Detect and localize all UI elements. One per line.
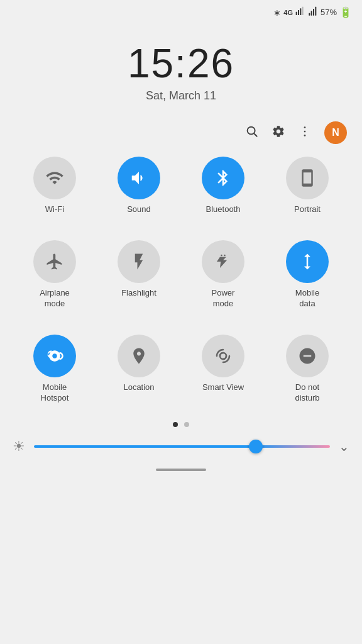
svg-rect-0 xyxy=(296,12,297,15)
svg-point-12 xyxy=(304,135,306,136)
location-label: Location xyxy=(123,382,154,393)
signal-icon xyxy=(295,6,305,18)
flashlight-label: Flashlight xyxy=(121,288,156,299)
svg-rect-3 xyxy=(302,7,304,15)
dnd-icon xyxy=(286,335,329,377)
tile-dnd[interactable]: Do notdisturb xyxy=(265,335,349,404)
battery-percentage: 57% xyxy=(321,8,337,17)
4g-icon: 4G xyxy=(283,9,293,16)
tile-wifi[interactable]: Wi-Fi xyxy=(13,157,97,215)
svg-rect-1 xyxy=(298,10,299,15)
airplane-icon xyxy=(33,240,76,283)
hotspot-icon xyxy=(33,335,76,377)
svg-point-8 xyxy=(248,126,255,134)
tile-hotspot[interactable]: MobileHotspot xyxy=(13,335,97,404)
wifi-call-icon xyxy=(308,6,318,18)
tile-sound[interactable]: Sound xyxy=(97,157,181,215)
power-mode-icon xyxy=(202,240,244,283)
dnd-label: Do notdisturb xyxy=(295,382,319,404)
clock-date: Sat, March 11 xyxy=(0,89,362,103)
pagination xyxy=(0,422,362,427)
portrait-label: Portrait xyxy=(294,204,321,215)
pagination-dot-2 xyxy=(184,422,189,427)
pagination-dot-1 xyxy=(173,422,178,427)
tile-bluetooth[interactable]: Bluetooth xyxy=(181,157,265,215)
wifi-icon xyxy=(33,157,76,199)
clock-section: 15:26 Sat, March 11 xyxy=(0,21,362,109)
svg-rect-2 xyxy=(300,8,301,15)
user-avatar[interactable]: N xyxy=(324,121,347,144)
power-mode-label: Powermode xyxy=(212,288,235,309)
airplane-mode-label: Airplanemode xyxy=(40,288,70,309)
tile-airplane-mode[interactable]: Airplanemode xyxy=(13,240,97,309)
sound-label: Sound xyxy=(127,204,151,215)
smart-view-label: Smart View xyxy=(202,382,244,393)
brightness-icon: ☀ xyxy=(13,438,25,455)
tile-power-mode[interactable]: Powermode xyxy=(181,240,265,309)
quick-tiles-row-2: Airplanemode Flashlight Powermode Mobile… xyxy=(0,234,362,316)
svg-rect-5 xyxy=(311,11,312,15)
status-icons: ∗ 4G 57% 🔋 xyxy=(273,6,352,18)
brightness-slider[interactable] xyxy=(34,445,330,448)
tile-flashlight[interactable]: Flashlight xyxy=(97,240,181,309)
more-menu-icon[interactable] xyxy=(298,125,312,142)
svg-rect-13 xyxy=(221,255,222,257)
status-bar: ∗ 4G 57% 🔋 xyxy=(0,0,362,21)
clock-time: 15:26 xyxy=(0,40,362,87)
wifi-label: Wi-Fi xyxy=(45,204,64,215)
svg-rect-7 xyxy=(315,7,316,16)
tile-mobile-data[interactable]: Mobiledata xyxy=(265,240,349,309)
flashlight-icon xyxy=(118,240,160,283)
hotspot-label: MobileHotspot xyxy=(41,382,69,404)
svg-rect-6 xyxy=(313,9,314,16)
tile-location[interactable]: Location xyxy=(97,335,181,404)
smart-view-icon xyxy=(202,335,244,377)
svg-rect-4 xyxy=(309,13,310,16)
portrait-icon xyxy=(286,157,329,199)
bluetooth-icon xyxy=(202,157,244,199)
sound-icon xyxy=(118,157,160,199)
search-icon[interactable] xyxy=(245,125,259,142)
bluetooth-status-icon: ∗ xyxy=(273,8,281,18)
bluetooth-label: Bluetooth xyxy=(206,204,241,215)
brightness-expand-icon[interactable]: ⌄ xyxy=(339,439,349,454)
mobile-data-label: Mobiledata xyxy=(295,288,319,309)
svg-line-9 xyxy=(254,133,257,136)
home-bar xyxy=(156,469,206,471)
quick-tiles-row-1: Wi-Fi Sound Bluetooth Portrait xyxy=(0,150,362,221)
brightness-thumb[interactable] xyxy=(249,440,263,453)
location-icon xyxy=(118,335,160,377)
quick-tiles-row-3: MobileHotspot Location Smart View xyxy=(0,328,362,410)
brightness-row: ☀ ⌄ xyxy=(0,427,362,461)
toolbar: N xyxy=(0,109,362,150)
mobile-data-icon xyxy=(286,240,329,283)
settings-icon[interactable] xyxy=(272,125,285,142)
battery-icon: 🔋 xyxy=(339,6,352,18)
svg-point-11 xyxy=(304,130,306,132)
svg-rect-14 xyxy=(224,255,226,257)
tile-portrait[interactable]: Portrait xyxy=(265,157,349,215)
svg-point-10 xyxy=(304,126,306,128)
home-indicator xyxy=(0,461,362,475)
tile-smart-view[interactable]: Smart View xyxy=(181,335,265,404)
